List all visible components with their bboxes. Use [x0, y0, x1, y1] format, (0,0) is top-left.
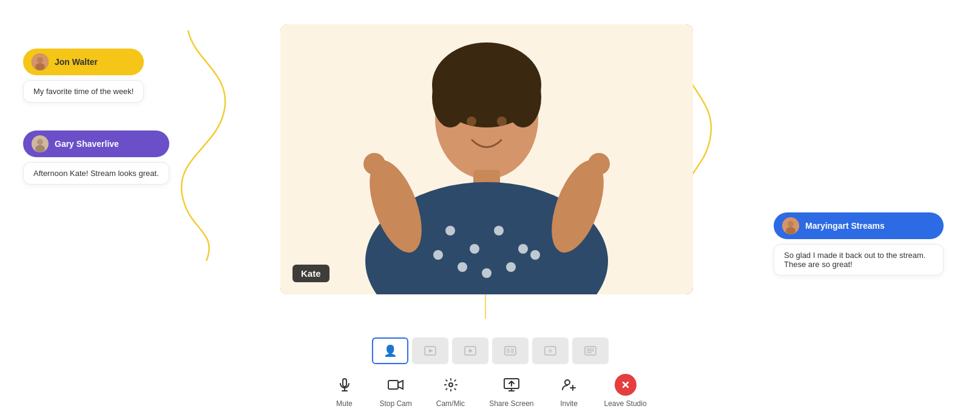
svg-rect-38	[507, 348, 510, 353]
svg-point-24	[497, 117, 507, 126]
svg-rect-46	[342, 379, 346, 387]
video-person: Kate	[280, 24, 693, 294]
svg-point-17	[518, 244, 528, 254]
settings-icon	[439, 374, 461, 396]
svg-point-15	[470, 244, 479, 254]
svg-point-31	[786, 227, 796, 234]
mary-bubble: Maryingart Streams	[774, 212, 944, 239]
svg-point-51	[448, 383, 452, 387]
svg-point-5	[37, 139, 43, 145]
share-screen-label: Share Screen	[489, 399, 533, 408]
jon-chat-container: Jon Walter My favorite time of the week!	[23, 49, 144, 103]
svg-rect-49	[388, 381, 398, 389]
svg-point-16	[494, 226, 504, 235]
stop-cam-button[interactable]: Stop Cam	[379, 374, 411, 408]
jon-message: My favorite time of the week!	[23, 80, 144, 103]
svg-point-23	[467, 117, 476, 126]
mute-button[interactable]: Mute	[333, 374, 355, 408]
mary-avatar	[782, 217, 799, 234]
gary-avatar	[32, 135, 49, 152]
svg-point-28	[588, 153, 610, 175]
svg-point-26	[363, 153, 385, 175]
invite-icon	[558, 374, 580, 396]
mute-icon	[333, 374, 355, 396]
gary-name: Gary Shaverlive	[55, 139, 119, 149]
svg-marker-50	[398, 381, 403, 389]
cam-mic-label: Cam/Mic	[436, 399, 465, 408]
leave-studio-label: Leave Studio	[604, 399, 647, 408]
share-screen-button[interactable]: Share Screen	[489, 374, 533, 408]
jon-avatar	[32, 53, 49, 70]
video-container: Kate	[280, 24, 693, 294]
jon-name: Jon Walter	[55, 57, 98, 67]
mute-label: Mute	[336, 399, 353, 408]
svg-point-3	[35, 63, 45, 70]
svg-point-55	[565, 380, 570, 385]
thumbnail-active[interactable]: 👤	[372, 337, 408, 364]
thumbnail-3[interactable]	[452, 337, 488, 364]
svg-point-20	[482, 268, 492, 278]
svg-rect-37	[505, 347, 516, 355]
cam-mic-button[interactable]: Cam/Mic	[436, 374, 465, 408]
mary-chat-container: Maryingart Streams So glad I made it bac…	[774, 212, 944, 276]
stop-cam-label: Stop Cam	[379, 399, 411, 408]
thumbnail-6[interactable]	[572, 337, 609, 364]
svg-point-30	[788, 221, 794, 227]
gary-chat-container: Gary Shaverlive Afternoon Kate! Stream l…	[23, 130, 169, 185]
svg-point-21	[506, 262, 516, 272]
svg-marker-33	[429, 349, 433, 353]
svg-point-14	[445, 226, 455, 235]
camera-icon	[385, 374, 407, 396]
mary-message: So glad I made it back out to the stream…	[774, 244, 944, 276]
thumbnail-5[interactable]	[532, 337, 569, 364]
svg-point-19	[458, 262, 467, 272]
presenter-name-badge: Kate	[292, 265, 329, 282]
svg-point-18	[433, 250, 443, 260]
svg-rect-39	[511, 348, 514, 353]
svg-point-2	[37, 57, 43, 63]
jon-bubble: Jon Walter	[23, 49, 144, 75]
gary-bubble: Gary Shaverlive	[23, 130, 169, 157]
controls-bar: Mute Stop Cam Cam/Mic	[333, 374, 646, 408]
leave-studio-button[interactable]: Leave Studio	[604, 374, 647, 408]
svg-point-11	[505, 67, 541, 127]
svg-point-10	[432, 67, 468, 127]
thumbnail-strip: 👤	[372, 337, 609, 364]
share-screen-icon	[501, 374, 522, 396]
invite-button[interactable]: Invite	[558, 374, 580, 408]
toolbar-section: 👤 Mute	[333, 337, 646, 408]
gary-message: Afternoon Kate! Stream looks great.	[23, 162, 169, 185]
invite-label: Invite	[560, 399, 578, 408]
svg-point-22	[530, 250, 540, 260]
svg-point-6	[35, 145, 45, 152]
thumbnail-2[interactable]	[412, 337, 448, 364]
leave-icon	[615, 374, 637, 396]
mary-name: Maryingart Streams	[805, 221, 885, 231]
svg-point-41	[549, 349, 552, 353]
thumbnail-4[interactable]	[492, 337, 529, 364]
person-icon: 👤	[384, 344, 397, 357]
